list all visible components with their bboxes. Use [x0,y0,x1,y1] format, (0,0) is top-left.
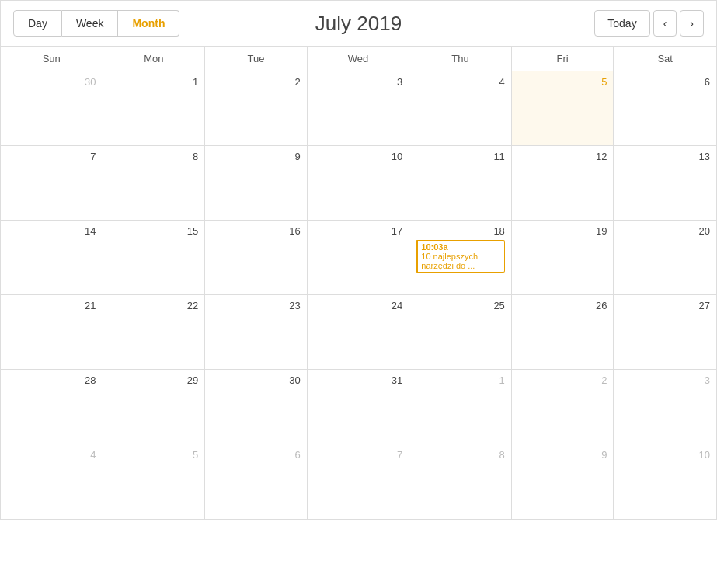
cell-number-w0-d2: 2 [211,76,301,88]
cell-number-w1-d2: 9 [211,151,301,162]
calendar-cell-w0-d0[interactable]: 30 [1,71,103,145]
next-button[interactable]: › [680,10,704,37]
calendar-cell-w4-d2[interactable]: 30 [205,370,308,444]
day-view-button[interactable]: Day [13,10,62,37]
cell-number-w4-d5: 2 [518,374,607,386]
calendar-cell-w4-d1[interactable]: 29 [103,370,206,444]
cell-number-w2-d4: 18 [416,225,505,237]
calendar-cell-w5-d4[interactable]: 8 [409,444,512,519]
cell-number-w4-d1: 29 [110,374,199,386]
calendar-cell-w5-d0[interactable]: 4 [1,444,103,519]
cell-number-w2-d3: 17 [314,225,403,237]
calendar-header: Day Week Month July 2019 Today ‹ › [1,1,716,47]
view-buttons: Day Week Month [13,10,179,37]
week-view-button[interactable]: Week [62,10,119,37]
cell-number-w1-d6: 13 [620,151,710,162]
calendar-cell-w1-d2[interactable]: 9 [205,146,308,220]
cell-number-w3-d3: 24 [314,300,403,311]
calendar-cell-w5-d1[interactable]: 5 [103,444,206,519]
cell-number-w3-d1: 22 [110,300,199,311]
cell-number-w3-d4: 25 [416,300,505,311]
day-header-fri: Fri [512,47,614,71]
week-row-1: 78910111213 [1,146,716,221]
event-item[interactable]: 10:03a10 najlepszych narzędzi do ... [416,240,505,273]
calendar-cell-w5-d2[interactable]: 6 [205,444,308,519]
cell-number-w5-d3: 7 [314,449,403,461]
week-row-4: 28293031123 [1,370,716,444]
cell-number-w0-d0: 30 [7,76,96,88]
calendar-cell-w3-d6[interactable]: 27 [614,295,716,369]
calendar-cell-w3-d3[interactable]: 24 [308,295,410,369]
cell-number-w0-d5: 5 [518,76,607,88]
cell-number-w5-d0: 4 [7,449,96,461]
calendar-cell-w2-d4[interactable]: 1810:03a10 najlepszych narzędzi do ... [409,221,512,294]
event-time: 10:03a [421,242,501,252]
calendar-cell-w0-d4[interactable]: 4 [409,71,512,145]
week-row-3: 21222324252627 [1,295,716,370]
month-view-button[interactable]: Month [118,10,179,37]
cell-number-w2-d2: 16 [211,225,301,237]
cell-number-w5-d1: 5 [110,449,199,461]
day-header-sat: Sat [614,47,716,71]
calendar-cell-w0-d3[interactable]: 3 [308,71,410,145]
cell-number-w4-d4: 1 [416,374,505,386]
week-row-2: 141516171810:03a10 najlepszych narzędzi … [1,221,716,295]
calendar-cell-w1-d1[interactable]: 8 [103,146,206,220]
calendar-cell-w5-d6[interactable]: 10 [614,444,716,519]
calendar-cell-w1-d3[interactable]: 10 [308,146,410,220]
calendar-cell-w1-d6[interactable]: 13 [614,146,716,220]
calendar-cell-w2-d5[interactable]: 19 [512,221,614,294]
calendar-cell-w5-d5[interactable]: 9 [512,444,614,519]
calendar-cell-w3-d0[interactable]: 21 [1,295,103,369]
cell-number-w4-d3: 31 [314,374,403,386]
cell-number-w1-d5: 12 [518,151,607,162]
cell-number-w1-d4: 11 [416,151,505,162]
calendar-cell-w5-d3[interactable]: 7 [308,444,410,519]
calendar-cell-w1-d5[interactable]: 12 [512,146,614,220]
calendar-cell-w2-d1[interactable]: 15 [103,221,206,294]
calendar-cell-w0-d5[interactable]: 5 [512,71,614,145]
day-header-mon: Mon [103,47,206,71]
calendar-cell-w4-d5[interactable]: 2 [512,370,614,444]
event-title: 10 najlepszych narzędzi do ... [421,252,501,270]
calendar-cell-w4-d0[interactable]: 28 [1,370,103,444]
cell-number-w3-d0: 21 [7,300,96,311]
calendar-cell-w3-d1[interactable]: 22 [103,295,206,369]
cell-number-w0-d4: 4 [416,76,505,88]
calendar-cell-w3-d4[interactable]: 25 [409,295,512,369]
week-row-5: 45678910 [1,444,716,519]
today-button[interactable]: Today [594,10,649,37]
calendar-cell-w4-d6[interactable]: 3 [614,370,716,444]
nav-buttons: Today ‹ › [594,10,704,37]
calendar-cell-w2-d0[interactable]: 14 [1,221,103,294]
cell-number-w5-d6: 10 [620,449,710,461]
calendar-title: July 2019 [315,12,402,36]
cell-number-w5-d4: 8 [416,449,505,461]
calendar-cell-w2-d6[interactable]: 20 [614,221,716,294]
cell-number-w0-d1: 1 [110,76,199,88]
calendar-cell-w1-d0[interactable]: 7 [1,146,103,220]
cell-number-w3-d6: 27 [620,300,710,311]
cell-number-w3-d2: 23 [211,300,301,311]
cell-number-w0-d6: 6 [620,76,710,88]
cell-number-w2-d0: 14 [7,225,96,237]
cell-number-w2-d1: 15 [110,225,199,237]
day-header-sun: Sun [1,47,103,71]
calendar-cell-w2-d2[interactable]: 16 [205,221,308,294]
calendar-grid: 3012345678910111213141516171810:03a10 na… [1,71,716,519]
calendar-cell-w1-d4[interactable]: 11 [409,146,512,220]
calendar-cell-w3-d2[interactable]: 23 [205,295,308,369]
calendar-cell-w4-d4[interactable]: 1 [409,370,512,444]
cell-number-w1-d0: 7 [7,151,96,162]
prev-button[interactable]: ‹ [653,10,677,37]
calendar-cell-w4-d3[interactable]: 31 [308,370,410,444]
day-header-wed: Wed [308,47,410,71]
calendar-cell-w0-d2[interactable]: 2 [205,71,308,145]
calendar-cell-w0-d6[interactable]: 6 [614,71,716,145]
calendar-cell-w3-d5[interactable]: 26 [512,295,614,369]
cell-number-w4-d2: 30 [211,374,301,386]
calendar-container: Day Week Month July 2019 Today ‹ › Sun M… [0,0,717,520]
calendar-cell-w0-d1[interactable]: 1 [103,71,206,145]
cell-number-w0-d3: 3 [314,76,403,88]
calendar-cell-w2-d3[interactable]: 17 [308,221,410,294]
